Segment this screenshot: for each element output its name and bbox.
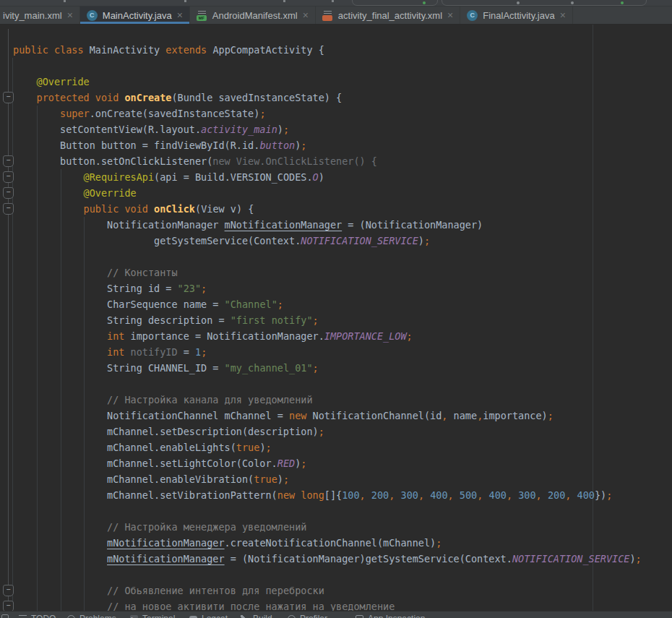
tool-window-label: Problems — [79, 614, 116, 618]
code-line[interactable]: NotificationChannel mChannel = new Notif… — [13, 408, 642, 424]
code-line[interactable]: // Обьявление интентов для переброски — [13, 583, 642, 598]
code-line[interactable]: mChannel.setLightColor(Color.RED); — [13, 455, 642, 471]
close-icon[interactable]: × — [447, 10, 453, 20]
code-line[interactable]: String id = "23"; — [13, 280, 642, 296]
tool-window-bar: TODOProblems>_TerminalLogcatBuildProfile… — [0, 611, 672, 618]
code-line[interactable]: mChannel.enableVibration(true); — [13, 471, 642, 487]
tab-label: AndroidManifest.xml — [212, 10, 298, 21]
problems-icon — [67, 615, 75, 618]
tool-window-label: Terminal — [142, 614, 175, 618]
code-line[interactable]: button.setOnClickListener(new View.OnCli… — [13, 153, 642, 169]
run-icon[interactable] — [621, 1, 624, 4]
manifest-file-icon: MF — [197, 10, 207, 21]
tool-window-label: TODO — [31, 614, 56, 618]
profiler-icon — [288, 615, 296, 618]
tab-bar: ivity_main.xml×CMainActivity.java×MFAndr… — [0, 6, 672, 25]
appinsp-icon — [356, 615, 363, 618]
close-icon[interactable]: × — [177, 10, 183, 20]
layout-xml-file-icon — [322, 10, 332, 21]
editor-tab[interactable]: activity_final_acttivity.xml× — [316, 7, 460, 24]
java-class-icon: C — [87, 10, 98, 21]
code-line[interactable]: Button button = findViewById(R.id.button… — [13, 137, 642, 153]
tool-window-button-app-inspection[interactable]: App Inspection — [356, 614, 425, 618]
java-class-icon: C — [467, 10, 478, 21]
code-line[interactable]: public void onClick(View v) { — [13, 201, 642, 217]
code-line[interactable]: @RequiresApi(api = Build.VERSION_CODES.O… — [13, 169, 642, 185]
code-line[interactable] — [13, 249, 642, 265]
code-line[interactable]: // Настройка менеджера уведомлений — [13, 519, 642, 535]
code-editor: public class MainActivity extends AppCom… — [0, 25, 672, 611]
tool-window-button-terminal[interactable]: >_Terminal — [130, 614, 175, 618]
tab-label: FinalActtivity.java — [483, 10, 554, 21]
build-icon — [241, 615, 249, 618]
tab-label: activity_final_acttivity.xml — [338, 10, 442, 21]
fold-marker-icon[interactable]: − — [3, 155, 14, 167]
toolbar-dot-icon[interactable] — [571, 1, 574, 4]
code-line[interactable]: protected void onCreate(Bundle savedInst… — [13, 90, 642, 106]
code-line[interactable] — [13, 58, 642, 74]
toolbar-icon[interactable] — [64, 0, 66, 2]
toolbar-strip — [0, 0, 672, 6]
tool-window-label: Profiler — [300, 614, 327, 618]
close-icon[interactable]: × — [67, 10, 73, 20]
code-area: public class MainActivity extends AppCom… — [13, 42, 642, 611]
tool-window-button-problems[interactable]: Problems — [67, 614, 116, 618]
toolbar-icon[interactable] — [332, 0, 334, 2]
tool-window-label: Logcat — [202, 614, 228, 618]
code-line[interactable]: NotificationManager mNotificationManager… — [13, 217, 642, 233]
code-line[interactable]: @Override — [13, 74, 642, 90]
code-line[interactable]: mChannel.enableLights(true); — [13, 439, 642, 455]
editor-tab[interactable]: CFinalActtivity.java× — [460, 7, 573, 24]
code-line[interactable]: String CHANNEL_ID = "my_channel_01"; — [13, 360, 642, 376]
code-line[interactable]: getSystemService(Context.NOTIFICATION_SE… — [13, 233, 642, 249]
tool-window-label: Build — [253, 614, 272, 618]
code-line[interactable] — [13, 567, 642, 583]
fold-marker-icon[interactable]: − — [3, 585, 14, 596]
code-line[interactable]: mNotificationManager.createNotificationC… — [13, 535, 642, 551]
code-line[interactable] — [13, 376, 642, 392]
tool-window-label: App Inspection — [368, 614, 425, 618]
code-line[interactable]: // Константы — [13, 265, 642, 280]
device-toolbar-widget[interactable] — [441, 0, 647, 6]
editor-tab[interactable]: MFAndroidManifest.xml× — [190, 7, 316, 24]
editor-tab[interactable]: ivity_main.xml× — [0, 7, 80, 24]
todo-icon — [19, 615, 27, 618]
code-line[interactable]: CharSequence name = "Channel"; — [13, 296, 642, 312]
close-icon[interactable]: × — [303, 10, 309, 20]
code-line[interactable]: super.onCreate(savedInstanceState); — [13, 106, 642, 121]
tool-window-button-build[interactable]: Build — [241, 614, 272, 618]
code-line[interactable]: int notifyID = 1; — [13, 344, 642, 360]
close-icon[interactable]: × — [560, 10, 566, 20]
fold-marker-icon[interactable]: − — [3, 203, 14, 215]
tool-window-button-todo[interactable]: TODO — [19, 614, 56, 618]
tool-window-button-logcat[interactable]: Logcat — [189, 614, 228, 618]
code-line[interactable]: public class MainActivity extends AppCom… — [13, 42, 642, 58]
editor-tab[interactable]: CMainActivity.java× — [80, 7, 190, 24]
terminal-icon: >_ — [130, 615, 138, 618]
tab-label: MainActivity.java — [103, 10, 172, 21]
toolbar-dot-icon[interactable] — [517, 1, 520, 4]
window-layout-icon[interactable] — [1, 614, 9, 618]
code-line[interactable]: String description = "first notify"; — [13, 312, 642, 328]
code-line[interactable]: @Override — [13, 185, 642, 201]
run-icon[interactable] — [423, 1, 426, 4]
fold-marker-icon[interactable]: − — [3, 601, 14, 611]
code-line[interactable]: // Настройка канала для уведомлений — [13, 392, 642, 408]
code-line[interactable]: mNotificationManager = (NotificationMana… — [13, 551, 642, 567]
code-line[interactable] — [13, 503, 642, 519]
code-line[interactable]: mChannel.setDescription(description); — [13, 424, 642, 439]
code-line[interactable]: // на новое активити после нажатия на ув… — [13, 598, 642, 611]
code-line[interactable]: setContentView(R.layout.activity_main); — [13, 121, 642, 137]
fold-marker-icon[interactable]: − — [3, 187, 14, 199]
toolbar-icon[interactable] — [283, 0, 285, 2]
tool-window-button-profiler[interactable]: Profiler — [288, 614, 327, 618]
code-line[interactable]: mChannel.setVibrationPattern(new long[]{… — [13, 487, 642, 503]
toolbar-icon[interactable] — [184, 0, 186, 2]
code-line[interactable]: int importance = NotificationManager.IMP… — [13, 328, 642, 344]
fold-marker-icon[interactable]: − — [3, 171, 14, 183]
fold-region-line — [8, 29, 9, 611]
fold-marker-icon[interactable]: − — [3, 92, 14, 103]
tab-label: ivity_main.xml — [3, 10, 62, 21]
